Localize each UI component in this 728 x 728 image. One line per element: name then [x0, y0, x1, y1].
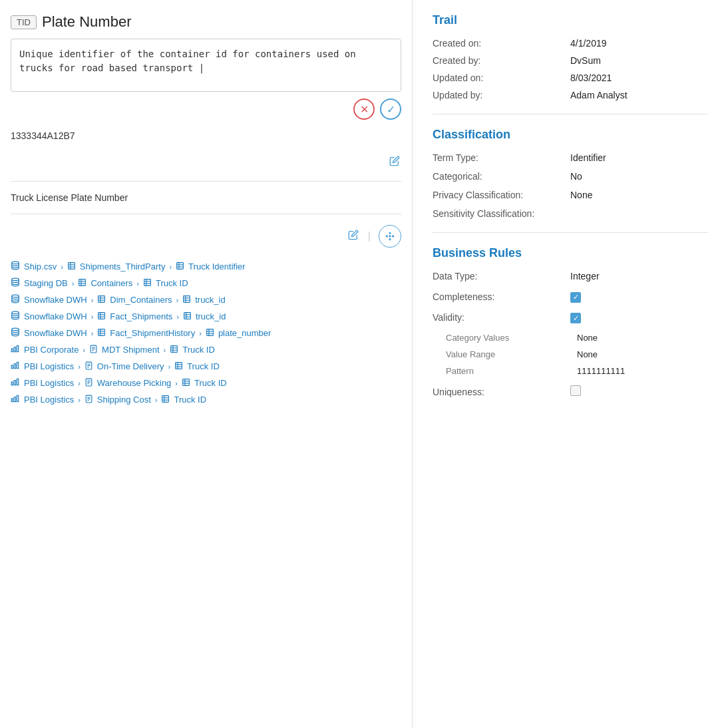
svg-rect-63 — [17, 362, 18, 368]
id-value: 1333344A12B7 — [11, 130, 401, 141]
lineage-table-link[interactable]: Fact_ShipmentHistory — [110, 328, 195, 338]
confirm-icon: ✓ — [387, 103, 395, 116]
chevron-icon: › — [176, 296, 179, 304]
chart-icon — [11, 377, 20, 389]
lineage-table-link[interactable]: MDT Shipment — [102, 345, 159, 355]
lineage-pencil-icon — [348, 230, 359, 240]
edit-pencil-button[interactable] — [388, 154, 401, 170]
lineage-column-link[interactable]: Truck ID — [187, 361, 220, 371]
chevron-icon: › — [136, 279, 139, 287]
lineage-table-link[interactable]: On-Time Delivery — [97, 361, 164, 371]
svg-point-23 — [12, 295, 19, 297]
lineage-row: Snowflake DWH›Fact_ShipmentHistory›plate… — [11, 327, 401, 339]
lineage-column-link[interactable]: Truck ID — [156, 278, 188, 288]
categorical-label: Categorical: — [433, 171, 570, 182]
confirm-button[interactable]: ✓ — [380, 98, 401, 120]
lineage-source-link[interactable]: Snowflake DWH — [24, 311, 87, 321]
chevron-icon: › — [61, 263, 63, 271]
created-on-label: Created on: — [433, 38, 570, 49]
svg-rect-19 — [144, 279, 151, 285]
uniqueness-label: Uniqueness: — [433, 387, 570, 397]
chevron-icon: › — [78, 363, 81, 371]
chevron-icon: › — [91, 296, 94, 304]
data-type-label: Data Type: — [433, 271, 570, 281]
lineage-source-link[interactable]: Ship.csv — [24, 262, 57, 272]
svg-rect-51 — [14, 347, 15, 352]
scatter-icon — [385, 231, 395, 242]
validity-checkbox[interactable]: ✓ — [570, 312, 708, 324]
lineage-source-link[interactable]: PBI Corporate — [24, 345, 79, 355]
svg-point-14 — [12, 278, 19, 281]
lineage-column-link[interactable]: truck_id — [196, 311, 226, 321]
top-edit-row — [11, 154, 401, 170]
table-icon — [97, 311, 106, 322]
validity-check-icon: ✓ — [570, 313, 581, 323]
lineage-table-link[interactable]: Shipping Cost — [97, 395, 151, 405]
chevron-icon: › — [78, 396, 81, 404]
description-input[interactable]: Unique identifier of the container id fo… — [11, 39, 401, 92]
svg-rect-61 — [11, 365, 13, 369]
lineage-table-link[interactable]: Dim_Containers — [110, 295, 172, 305]
pencil-icon — [389, 156, 400, 166]
svg-rect-52 — [17, 345, 18, 351]
table-icon — [97, 295, 106, 305]
svg-rect-24 — [98, 295, 105, 302]
scatter-button[interactable] — [379, 225, 401, 248]
lineage-table-link[interactable]: Containers — [91, 278, 132, 288]
lineage-column-link[interactable]: truck_id — [195, 295, 226, 305]
svg-rect-74 — [17, 379, 18, 385]
lineage-column-link[interactable]: Truck ID — [174, 395, 206, 405]
table-icon — [78, 278, 87, 289]
lineage-source-link[interactable]: PBI Logistics — [24, 361, 74, 371]
lineage-table-link[interactable]: Warehouse Picking — [97, 378, 172, 388]
lineage-edit-button[interactable] — [347, 228, 360, 244]
updated-by-value: Adam Analyst — [570, 90, 708, 100]
chart-icon — [11, 361, 20, 372]
chevron-icon: › — [72, 279, 75, 287]
chevron-icon: › — [175, 379, 178, 387]
svg-rect-6 — [68, 262, 75, 269]
pattern-label: Pattern — [446, 366, 577, 376]
updated-on-label: Updated on: — [433, 73, 570, 83]
lineage-source-link[interactable]: Snowflake DWH — [24, 295, 87, 305]
chart-icon — [11, 394, 20, 405]
icon-separator: | — [368, 230, 371, 242]
lineage-source-link[interactable]: Staging DB — [24, 278, 68, 288]
sensitivity-label: Sensitivity Classification: — [433, 208, 570, 219]
privacy-value: None — [570, 190, 708, 200]
lineage-row: Ship.csv›Shipments_ThirdParty›Truck Iden… — [11, 261, 401, 272]
lineage-table-link[interactable]: Fact_Shipments — [110, 311, 172, 321]
table-icon — [67, 262, 76, 272]
tag-row: TID Plate Number — [11, 13, 401, 31]
svg-rect-68 — [176, 362, 182, 369]
uniqueness-checkbox[interactable] — [570, 385, 708, 398]
svg-rect-85 — [17, 395, 18, 401]
lineage-source-link[interactable]: PBI Logistics — [24, 378, 74, 388]
completeness-check-icon: ✓ — [570, 292, 581, 303]
classification-section-title: Classification — [433, 128, 708, 142]
column-icon — [161, 395, 170, 405]
chevron-icon: › — [78, 379, 81, 387]
svg-rect-83 — [11, 399, 13, 402]
completeness-checkbox[interactable]: ✓ — [570, 291, 708, 303]
svg-point-5 — [12, 262, 19, 264]
lineage-column-link[interactable]: Truck ID — [182, 345, 215, 355]
lineage-source-link[interactable]: Snowflake DWH — [24, 328, 87, 338]
value-range-label: Value Range — [446, 349, 577, 359]
lineage-table-link[interactable]: Shipments_ThirdParty — [80, 262, 166, 272]
updated-on-value: 8/03/2021 — [570, 73, 708, 83]
column-icon — [182, 378, 190, 389]
cancel-button[interactable]: ✕ — [353, 98, 375, 120]
lineage-column-link[interactable]: plate_number — [218, 328, 272, 338]
chevron-icon: › — [83, 346, 85, 354]
lineage-source-link[interactable]: PBI Logistics — [24, 395, 74, 405]
table-icon — [85, 378, 93, 389]
value-range-value: None — [577, 349, 708, 359]
svg-rect-84 — [14, 397, 15, 402]
lineage-column-link[interactable]: Truck ID — [194, 378, 227, 388]
classification-grid: Term Type: Identifier Categorical: No Pr… — [433, 152, 708, 219]
trail-section-title: Trail — [433, 13, 708, 27]
column-icon — [182, 295, 191, 305]
svg-rect-33 — [98, 312, 105, 319]
lineage-column-link[interactable]: Truck Identifier — [188, 262, 246, 272]
